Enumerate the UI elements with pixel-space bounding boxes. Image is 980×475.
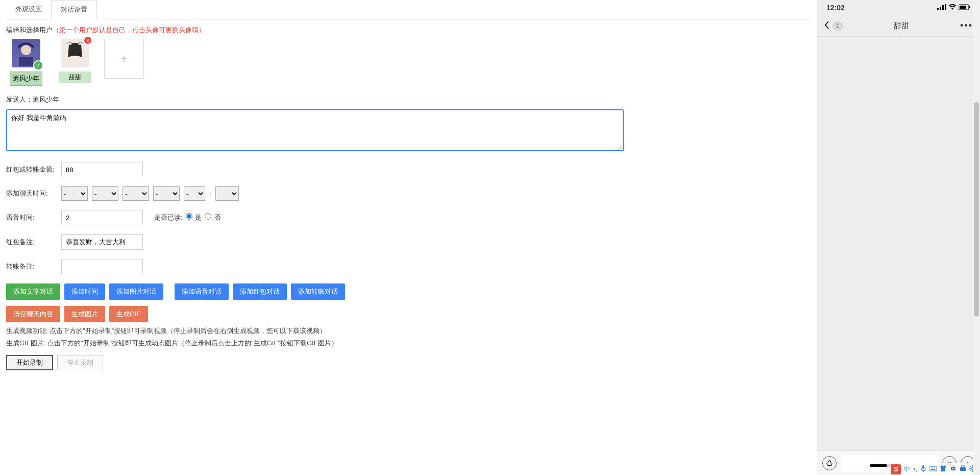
add-red-button[interactable]: 添加红包对话: [233, 283, 287, 300]
ime-lang[interactable]: 中: [904, 465, 910, 473]
phone-chat-body: [817, 37, 980, 450]
svg-rect-1: [19, 57, 33, 66]
read-no[interactable]: 否: [205, 213, 221, 222]
transfer-note-input[interactable]: [61, 259, 143, 274]
chevron-left-icon: [824, 21, 829, 31]
user-name-1[interactable]: 甜甜: [59, 72, 91, 83]
read-yes[interactable]: 是: [186, 213, 202, 222]
user-name-0[interactable]: 追风少年: [10, 72, 42, 86]
phone-header: 1 甜甜 •••: [817, 15, 980, 37]
back-count-badge: 1: [832, 21, 843, 31]
info-video: 生成视频功能: 点击下方的"开始录制"按钮即可录制视频（停止录制后会在右侧生成视…: [6, 326, 811, 336]
wifi-icon: [948, 4, 957, 12]
sender-line: 发送人：追风少年: [6, 95, 811, 104]
avatar-1[interactable]: x: [61, 39, 89, 67]
edit-user-label: 编辑和选择用户（第一个用户默认是自己，点击头像可更换头像哦）: [6, 26, 811, 35]
svg-rect-14: [929, 466, 937, 471]
phone-status-bar: 12:02: [817, 0, 980, 15]
svg-point-17: [934, 467, 935, 468]
gen-image-button[interactable]: 生成图片: [64, 306, 105, 322]
time-month[interactable]: -: [92, 186, 118, 201]
svg-rect-4: [940, 7, 941, 10]
svg-rect-12: [922, 465, 924, 469]
ime-logo-icon[interactable]: S: [891, 464, 901, 474]
tabs: 外观设置 对话设置: [6, 0, 811, 19]
scroll-thumb[interactable]: [974, 102, 979, 317]
add-text-button[interactable]: 添加文字对话: [6, 283, 60, 300]
svg-point-0: [21, 45, 31, 55]
battery-icon: [959, 4, 971, 12]
time-colon: :: [209, 190, 211, 198]
ime-robot-icon[interactable]: [950, 465, 957, 473]
gen-gif-button[interactable]: 生成GIF: [109, 306, 148, 322]
phone-chat-title: 甜甜: [894, 21, 909, 31]
chat-time-label: 添加聊天时间:: [6, 189, 57, 198]
svg-rect-3: [937, 8, 939, 10]
svg-rect-24: [962, 466, 964, 467]
voice-input[interactable]: [61, 210, 143, 225]
time-year[interactable]: -: [61, 186, 88, 201]
clear-button[interactable]: 清空聊天内容: [6, 306, 60, 322]
svg-rect-23: [960, 467, 966, 471]
svg-point-15: [930, 467, 932, 468]
signal-icon: [937, 4, 946, 12]
plus-icon: +: [120, 52, 128, 66]
amount-input[interactable]: [61, 162, 143, 177]
phone-preview: 12:02 1 甜甜 •••: [817, 0, 980, 475]
amount-label: 红包或转账金额:: [6, 165, 57, 174]
svg-rect-18: [931, 469, 935, 470]
add-transfer-button[interactable]: 添加转账对话: [291, 283, 345, 300]
voice-icon[interactable]: [822, 456, 837, 470]
tab-dialog[interactable]: 对话设置: [51, 0, 97, 19]
edit-user-hint: （第一个用户默认是自己，点击头像可更换头像哦）: [53, 26, 205, 34]
phone-time: 12:02: [826, 4, 845, 12]
check-icon: ✓: [33, 60, 43, 70]
time-hour[interactable]: -: [153, 186, 180, 201]
svg-rect-9: [969, 6, 970, 8]
svg-line-33: [970, 470, 971, 471]
user-card-0[interactable]: ✓ 追风少年: [6, 39, 46, 86]
svg-point-20: [952, 468, 953, 469]
user-cards: ✓ 追风少年 x 甜甜 +: [6, 39, 811, 86]
record-row: 开始录制 停止录制: [6, 355, 811, 370]
stop-record-button[interactable]: 停止录制: [57, 355, 103, 370]
red-note-input[interactable]: [61, 234, 143, 250]
close-icon[interactable]: x: [83, 36, 92, 45]
svg-rect-19: [951, 467, 955, 470]
time-day[interactable]: -: [122, 186, 149, 201]
read-label: 是否已读:: [154, 213, 183, 222]
add-voice-button[interactable]: 添加语音对话: [175, 283, 229, 300]
time-sec[interactable]: [215, 186, 239, 201]
svg-line-30: [970, 466, 971, 467]
settings-panel: 外观设置 对话设置 编辑和选择用户（第一个用户默认是自己，点击头像可更换头像哦）…: [0, 0, 817, 475]
ime-mic-icon[interactable]: [920, 465, 926, 473]
time-min[interactable]: -: [184, 186, 205, 201]
gen-button-row: 清空聊天内容 生成图片 生成GIF: [6, 306, 811, 322]
add-time-button[interactable]: 添加时间: [64, 283, 105, 300]
phone-back-button[interactable]: 1: [824, 21, 843, 31]
red-note-label: 红包备注:: [6, 238, 57, 247]
transfer-note-label: 转账备注:: [6, 262, 57, 271]
avatar-0[interactable]: ✓: [12, 39, 40, 67]
ime-shirt-icon[interactable]: [940, 465, 947, 473]
ime-tray: S 中 •,: [887, 463, 980, 475]
start-record-button[interactable]: 开始录制: [6, 355, 53, 370]
ime-toolbox-icon[interactable]: [960, 465, 966, 473]
scrollbar[interactable]: [973, 0, 980, 475]
svg-rect-6: [945, 4, 946, 10]
user-card-1[interactable]: x 甜甜: [55, 39, 95, 86]
tab-appearance[interactable]: 外观设置: [6, 0, 51, 19]
voice-label: 语音时间:: [6, 213, 57, 222]
add-image-button[interactable]: 添加图片对话: [109, 283, 163, 300]
svg-rect-5: [942, 5, 944, 10]
info-gif: 生成GIF图片: 点击下方的"开始录制"按钮即可生成动态图片（停止录制后点击上方…: [6, 339, 811, 348]
svg-rect-8: [960, 6, 966, 9]
message-textarea[interactable]: 你好 我是牛角源码: [6, 109, 624, 151]
add-user-button[interactable]: +: [104, 39, 144, 79]
more-icon[interactable]: •••: [960, 20, 973, 31]
add-button-row: 添加文字对话 添加时间 添加图片对话 添加语音对话 添加红包对话 添加转账对话: [6, 283, 811, 300]
svg-point-16: [932, 467, 933, 468]
ime-punct[interactable]: •,: [913, 466, 917, 473]
ime-keyboard-icon[interactable]: [929, 465, 937, 473]
svg-point-21: [953, 468, 954, 469]
